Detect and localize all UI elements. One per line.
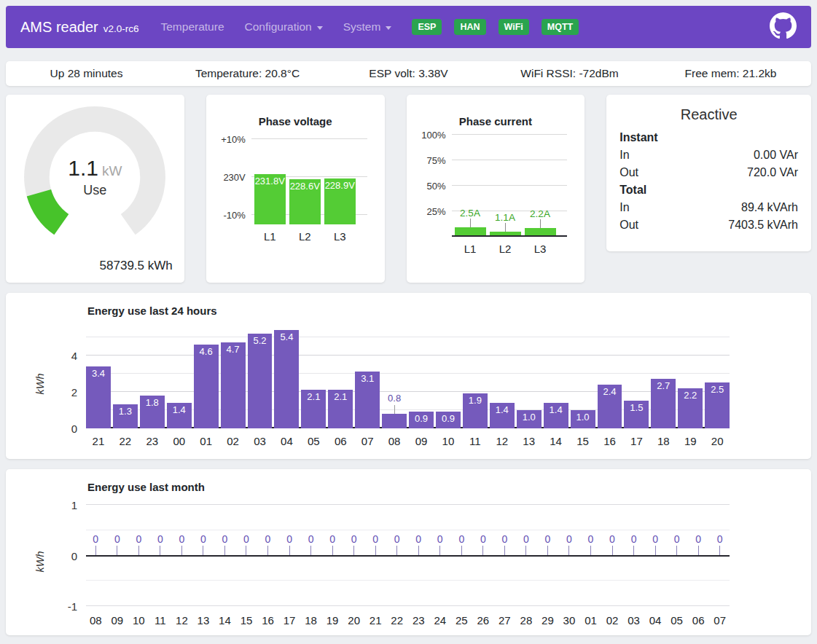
bar-value-label: 5.4 [274,331,299,342]
x-tick-label: 19 [323,614,343,627]
y-tick-label: -1 [52,600,77,613]
label-connector-line [719,546,720,555]
bar-value-label: 0 [243,533,249,545]
current-bar [490,232,521,235]
label-connector-line [676,546,677,555]
x-tick-label: 27 [495,614,515,627]
power-gauge-card: 1.1kW Use 58739.5 kWh [6,95,184,283]
bar-value-label: 0 [437,533,443,545]
bar-value-label: 1.4 [544,404,568,415]
energy-month-card: Energy use last month kWh 10-10000000000… [6,469,811,635]
bar-value-label: 0.9 [409,413,434,424]
bar-value-label: 0 [308,533,314,545]
navbar-brand[interactable]: AMS reader v2.0-rc6 [20,19,139,36]
energy-bar: 3.1 [355,372,380,428]
bar-value-label: 0 [394,533,400,545]
reactive-card: Reactive InstantIn0.00 VArOut720.0 VArTo… [606,95,811,251]
phase-current-title: Phase current [407,115,585,127]
voltage-value-label: 228.6V [289,179,321,192]
bar-value-label: 2.2 [678,390,703,401]
energy-bar: 0.9 [409,412,434,428]
nav-link-system[interactable]: System [343,20,392,34]
github-link[interactable] [770,12,797,42]
bar-value-label: 0 [566,533,572,545]
label-connector-line [655,546,656,555]
current-bar [455,227,486,235]
gauge-value: 1.1 [68,156,98,180]
status-item-2: ESP volt: 3.38V [328,67,489,80]
reactive-row-value: 89.4 kVArh [741,199,798,216]
bar-value-label: 2.4 [598,386,622,397]
nav-link-label: System [343,20,381,34]
bar-value-label: 0 [351,533,357,545]
energy-24h-xaxis: 2122230001020304050607080910111213141516… [86,435,730,447]
bar-wrap: 4.6 [194,329,219,428]
label-connector-line [547,546,548,555]
bar-value-label: 4.6 [194,346,219,357]
y-tick-label: 2 [52,386,77,398]
bar-wrap: 1.4 [544,329,568,428]
bar-wrap: 4.7 [221,329,246,428]
bar-wrap: 0.9 [436,329,461,428]
energy-bar: 1.4 [490,403,515,428]
version-label: v2.0-rc6 [103,23,139,34]
x-tick-label: 06 [689,614,708,627]
bar-wrap: 1.0 [571,329,595,428]
energy-bar: 2.1 [328,390,353,428]
energy-month-xaxis: 0809101112131415161718192021222324252627… [86,614,730,627]
x-tick-label: L2 [490,243,521,255]
label-connector-line [246,546,246,555]
phase-current-chart: 100%75%50%25%2.5A1.1A2.2AL1L2L3 [407,135,585,255]
bar-value-label: 0 [588,533,594,545]
bar-wrap: 2.1 [301,329,326,428]
bar-value-label: 0 [695,533,701,545]
voltage-value-label: 228.9V [324,178,356,191]
bar-value-label: 2.1 [301,391,326,402]
voltage-plot: +10%230V-10%231.8V228.6V228.9V [251,139,367,224]
bar-wrap: 0 [603,504,622,555]
reactive-section-header: Total [619,181,798,199]
energy-24h-bars: 3.41.31.81.44.64.75.25.42.12.13.10.80.90… [86,329,730,428]
energy-month-plot: 10-1000000000000000000000000000000 [86,505,730,606]
chart-gridline [452,160,568,160]
energy-bar: 2.5 [705,382,730,428]
bar-wrap: 0 [108,504,128,555]
phase-current-card: Phase current 100%75%50%25%2.5A1.1A2.2AL… [407,95,585,283]
bar-wrap: 0 [474,504,493,555]
bar-value-label: 0.9 [436,413,461,424]
phase-voltage-chart: +10%230V-10%231.8V228.6V228.9VL1L2L3 [206,139,385,243]
bar-wrap: 1.3 [113,329,138,428]
x-tick-label: 18 [651,435,676,447]
x-tick-label: 23 [409,614,429,627]
bar-wrap: 0 [323,504,343,555]
x-tick-label: 22 [113,435,138,447]
bar-value-label: 0 [523,533,529,545]
bar-value-label: 5.2 [248,335,273,346]
x-tick-label: 11 [151,614,171,627]
github-icon [770,12,797,42]
bar-wrap: 0 [344,504,364,555]
nav-link-temperature[interactable]: Temperature [161,20,224,34]
bar-value-label: 0 [200,533,206,545]
x-tick-label: 15 [237,614,257,627]
reactive-row: Out720.0 VAr [619,164,798,181]
bar-value-label: 0 [93,533,98,545]
chevron-down-icon [317,26,323,30]
bar-value-label: 2.7 [651,380,676,391]
bar-wrap: 0 [215,504,235,555]
x-tick-label: 09 [108,614,128,627]
bar-value-label: 1.5 [624,402,649,413]
nav-link-configuration[interactable]: Configuration [245,20,323,34]
reactive-row: Out7403.5 kVArh [619,216,798,234]
reactive-rows: InstantIn0.00 VArOut720.0 VArTotalIn89.4… [619,129,798,234]
bar-value-label: 0 [609,533,615,545]
x-tick-label: 17 [624,435,649,447]
bar-value-label: 4.7 [221,344,246,355]
voltage-value-label: 231.8V [254,174,286,186]
current-col-l3: 2.2A [525,208,556,235]
energy-bar: 1.9 [463,393,488,428]
reactive-row: In0.00 VAr [619,146,798,164]
x-tick-label: 09 [409,435,434,447]
bar-value-label: 0 [265,533,271,545]
energy-bar: 5.4 [274,330,299,428]
